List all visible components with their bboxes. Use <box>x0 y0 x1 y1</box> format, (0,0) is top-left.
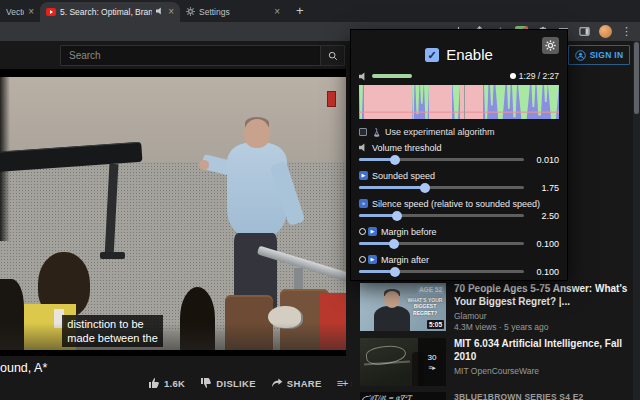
series-label: 3BLUE1BROWN SERIES S4 E2 <box>454 392 629 400</box>
video-info-bar: ound, A* 1.6K DISLIKE SHARE ≡+ SAVE ... <box>0 356 346 400</box>
slider-value: 1.75 <box>531 183 559 193</box>
search-button[interactable] <box>320 46 344 65</box>
slider-2[interactable] <box>359 209 524 222</box>
speaker-icon <box>359 72 368 81</box>
slider-group: ▶Sounded speed1.75 <box>359 170 559 194</box>
close-icon[interactable]: × <box>274 7 280 17</box>
slider-value: 0.100 <box>531 267 559 277</box>
youtube-favicon <box>46 8 56 16</box>
suggestion-channel[interactable]: MIT OpenCourseWare <box>454 366 629 376</box>
clock-play-icon: ▶ <box>359 227 377 236</box>
volume-chart[interactable] <box>359 85 559 119</box>
suggestion-meta: 4.3M views · 5 years ago <box>454 322 629 332</box>
enable-label: Enable <box>446 46 493 63</box>
suggestion-title[interactable]: MIT 6.034 Artificial Intelligence, Fall … <box>454 338 629 363</box>
profile-avatar[interactable] <box>599 25 612 38</box>
slider-group: ▶Margin after0.100 <box>359 254 559 278</box>
dislike-button[interactable]: DISLIKE <box>200 377 256 389</box>
slider-group: »Silence speed (relative to sounded spee… <box>359 198 559 222</box>
suggestions-sidebar: AGE 52 WHAT'S YOUR BIGGEST REGRET? 5:05 … <box>352 278 633 400</box>
suggestion-item[interactable]: 30 ≡▸ MIT 6.034 Artificial Intelligence,… <box>360 338 629 386</box>
thumbs-down-icon <box>200 377 212 389</box>
video-player[interactable]: distinction to be made between the <box>0 69 346 356</box>
thumbs-up-icon <box>148 377 160 389</box>
play-icon: ▶ <box>359 171 368 180</box>
slider-thumb[interactable] <box>390 155 400 165</box>
slider-3[interactable] <box>359 237 524 250</box>
volume-meter-row: 1:29 / 2:27 <box>359 72 559 80</box>
fire-alarm <box>327 91 336 107</box>
playlist-count: 30 <box>428 353 437 362</box>
slider-group: Volume threshold0.010 <box>359 142 559 166</box>
gear-icon <box>545 40 556 51</box>
slider-thumb[interactable] <box>389 239 399 249</box>
scrollbar-thumb[interactable] <box>634 42 639 114</box>
slider-label: Margin after <box>381 255 429 265</box>
sign-in-label: SIGN IN <box>590 50 624 60</box>
jumpcutter-popup: ✓ Enable 1:29 / 2:27 Use experimental al… <box>351 30 567 280</box>
fast-forward-icon: » <box>359 199 368 208</box>
slider-0[interactable] <box>359 153 524 166</box>
tab-title: Settings <box>199 7 270 17</box>
slider-value: 0.100 <box>531 239 559 249</box>
enable-checkbox[interactable]: ✓ <box>425 48 439 62</box>
close-icon[interactable]: × <box>168 7 174 17</box>
slider-label: Silence speed (relative to sounded speed… <box>372 199 540 209</box>
page-scrollbar[interactable] <box>633 41 640 400</box>
slider-thumb[interactable] <box>392 211 402 221</box>
tab-title: Vector M <box>6 7 24 17</box>
video-title-partial: ound, A* <box>0 361 47 375</box>
playlist-thumbnail[interactable]: 30 ≡▸ <box>360 338 446 386</box>
experimental-row: Use experimental algorithm <box>359 127 559 137</box>
browser-menu-icon[interactable]: ⋮ <box>620 25 633 38</box>
slider-thumb[interactable] <box>390 267 400 277</box>
speaker-icon <box>359 143 368 152</box>
side-panel-icon[interactable] <box>578 25 591 38</box>
thumbnail-formula: ∂T/∂t = α∇²T <box>370 394 411 400</box>
tab-strip: Vector M × 5. Search: Optimal, Branch a … <box>0 0 640 22</box>
search-input[interactable] <box>61 46 320 65</box>
tab-vector[interactable]: Vector M × <box>0 2 40 22</box>
tab-youtube-active[interactable]: 5. Search: Optimal, Branch a × <box>40 2 180 22</box>
flask-icon <box>372 128 380 137</box>
slider-thumb[interactable] <box>420 183 430 193</box>
slider-1[interactable] <box>359 181 524 194</box>
time-remaining: 1:29 / 2:27 <box>519 71 559 81</box>
suggestion-item[interactable]: ∂T/∂t = α∇²T 3BLUE1BROWN SERIES S4 E2 <box>360 392 629 400</box>
duration-badge: 5:05 <box>427 320 444 329</box>
suggestion-title[interactable]: 70 People Ages 5-75 Answer: What's Your … <box>454 283 629 308</box>
volume-meter-bar <box>372 74 412 78</box>
sign-in-button[interactable]: SIGN IN <box>568 45 630 65</box>
enable-row: ✓ Enable <box>351 46 567 63</box>
playlist-overlay: 30 ≡▸ <box>418 338 446 386</box>
slider-4[interactable] <box>359 265 524 278</box>
slider-label: Sounded speed <box>372 171 435 181</box>
browser-window: Vector M × 5. Search: Optimal, Branch a … <box>0 0 640 400</box>
popup-sliders: Volume threshold0.010▶Sounded speed1.75»… <box>351 137 567 278</box>
new-tab-button[interactable]: + <box>296 4 304 17</box>
popup-settings-button[interactable] <box>542 37 559 54</box>
save-playlist-icon: ≡+ <box>337 377 348 389</box>
like-count: 1.6K <box>164 378 185 389</box>
dislike-label: DISLIKE <box>216 378 256 389</box>
suggestion-channel[interactable]: Glamour <box>454 311 629 321</box>
thumbnail-overlay-text: WHAT'S YOUR BIGGEST REGRET? <box>405 297 445 316</box>
video-frame: distinction to be made between the <box>0 77 346 350</box>
experimental-checkbox[interactable] <box>359 128 367 136</box>
video-thumbnail[interactable]: ∂T/∂t = α∇²T <box>360 392 446 400</box>
gear-favicon <box>186 7 195 18</box>
slider-value: 0.010 <box>531 155 559 165</box>
video-thumbnail[interactable]: AGE 52 WHAT'S YOUR BIGGEST REGRET? 5:05 <box>360 283 446 331</box>
close-icon[interactable]: × <box>28 7 34 17</box>
like-button[interactable]: 1.6K <box>148 377 185 389</box>
age-badge: AGE 52 <box>417 285 444 294</box>
tab-audio-icon[interactable] <box>156 7 164 17</box>
caption-line1: distinction to be <box>67 317 158 331</box>
share-button[interactable]: SHARE <box>271 377 322 389</box>
tab-settings[interactable]: Settings × <box>180 2 286 22</box>
tab-title: 5. Search: Optimal, Branch a <box>60 7 152 17</box>
caption-overlay: distinction to be made between the <box>62 315 163 348</box>
playlist-icon: ≡▸ <box>428 364 436 371</box>
slider-group: ▶Margin before0.100 <box>359 226 559 250</box>
suggestion-item[interactable]: AGE 52 WHAT'S YOUR BIGGEST REGRET? 5:05 … <box>360 283 629 332</box>
